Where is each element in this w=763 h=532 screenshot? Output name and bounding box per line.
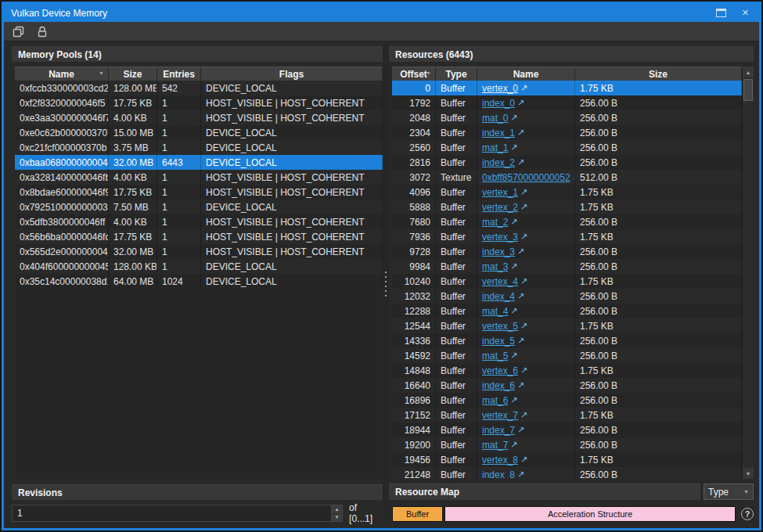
goto-resource-icon[interactable]: ↗ (520, 232, 527, 242)
column-header-flags[interactable]: Flags (201, 67, 383, 81)
resource-link[interactable]: mat_4 (482, 306, 508, 317)
resource-row[interactable]: 14336Bufferindex_5↗256.00 B (392, 333, 742, 348)
column-header-entries[interactable]: Entries (157, 67, 201, 81)
resource-row[interactable]: 12032Bufferindex_4↗256.00 B (392, 289, 742, 304)
resource-link[interactable]: index_5 (482, 336, 515, 347)
resource-link[interactable]: index_2 (482, 157, 515, 168)
resource-row[interactable]: 0Buffervertex_0↗1.75 KB (392, 81, 742, 95)
resource-row[interactable]: 2048Buffermat_0↗256.00 B (392, 110, 742, 125)
goto-resource-icon[interactable]: ↗ (510, 217, 517, 227)
resource-row[interactable]: 12544Buffervertex_5↗1.75 KB (392, 318, 742, 333)
memory-pool-row[interactable]: 0x79251000000000357.50 MB1DEVICE_LOCAL (15, 200, 383, 214)
resource-row[interactable]: 10240Buffervertex_4↗1.75 KB (392, 274, 742, 289)
resource-map-type-dropdown[interactable]: Type ▼ (704, 483, 754, 500)
goto-resource-icon[interactable]: ↗ (510, 113, 517, 123)
resource-link[interactable]: mat_2 (482, 217, 508, 228)
resource-link[interactable]: vertex_7 (482, 410, 518, 421)
goto-resource-icon[interactable]: ↗ (520, 276, 527, 286)
goto-resource-icon[interactable]: ↗ (520, 410, 527, 420)
memory-pool-row[interactable]: 0xc21fcf000000370b3.75 MB1DEVICE_LOCAL (15, 140, 383, 155)
resource-link[interactable]: mat_5 (482, 350, 508, 361)
resource-link[interactable]: vertex_8 (482, 455, 518, 466)
resource-row[interactable]: 21248Bufferindex_8↗256.00 B (392, 467, 742, 479)
revision-spinbox[interactable]: 1 ▲ ▼ (12, 505, 343, 522)
resource-row[interactable]: 14592Buffermat_5↗256.00 B (392, 348, 742, 363)
scroll-up-icon[interactable]: ▲ (743, 66, 754, 77)
goto-resource-icon[interactable]: ↗ (520, 365, 527, 376)
resource-link[interactable]: vertex_6 (482, 365, 518, 376)
duplicate-window-icon[interactable] (12, 24, 26, 38)
resource-row[interactable]: 1792Bufferindex_0↗256.00 B (392, 95, 742, 110)
resource-row[interactable]: 16640Bufferindex_6↗256.00 B (392, 378, 742, 393)
resource-link[interactable]: mat_3 (482, 261, 508, 272)
resources-scrollbar[interactable]: ▲ ▼ (742, 66, 754, 479)
resource-row[interactable]: 2304Bufferindex_1↗256.00 B (392, 125, 742, 140)
restore-window-icon[interactable] (716, 9, 726, 17)
resource-row[interactable]: 17152Buffervertex_7↗1.75 KB (392, 408, 742, 422)
resource-row[interactable]: 2816Bufferindex_2↗256.00 B (392, 155, 742, 170)
resource-row[interactable]: 18944Bufferindex_7↗256.00 B (392, 422, 742, 437)
resource-row[interactable]: 9728Bufferindex_3↗256.00 B (392, 244, 742, 259)
column-header-offset[interactable]: Offset ▼ (392, 67, 436, 81)
goto-resource-icon[interactable]: ↗ (517, 128, 524, 138)
column-header-name[interactable]: Name (477, 67, 575, 81)
goto-resource-icon[interactable]: ↗ (517, 157, 524, 167)
resource-link[interactable]: vertex_5 (482, 321, 518, 332)
goto-resource-icon[interactable]: ↗ (517, 336, 524, 346)
resource-link[interactable]: vertex_2 (482, 202, 518, 213)
memory-pool-row[interactable]: 0xfccb330000003cd2128.00 MB542DEVICE_LOC… (15, 81, 383, 95)
lock-icon[interactable] (35, 24, 49, 38)
resource-row[interactable]: 14848Buffervertex_6↗1.75 KB (392, 363, 742, 378)
close-icon[interactable]: ✕ (742, 9, 749, 17)
resource-link[interactable]: vertex_0 (482, 83, 518, 94)
goto-resource-icon[interactable]: ↗ (510, 440, 517, 450)
memory-pool-row[interactable]: 0x56b6ba00000046fd17.75 KB1HOST_VISIBLE … (15, 229, 383, 244)
resource-link[interactable]: index_8 (482, 469, 515, 480)
resource-link[interactable]: index_7 (482, 425, 515, 436)
spin-down-icon[interactable]: ▼ (332, 513, 342, 522)
memory-pool-row[interactable]: 0xf2f83200000046f517.75 KB1HOST_VISIBLE … (15, 95, 383, 110)
memory-pool-row[interactable]: 0x35c14c00000038d164.00 MB1024DEVICE_LOC… (15, 274, 383, 289)
goto-resource-icon[interactable]: ↗ (517, 380, 524, 390)
spin-up-icon[interactable]: ▲ (332, 505, 342, 513)
goto-resource-icon[interactable]: ↗ (517, 291, 524, 301)
goto-resource-icon[interactable]: ↗ (520, 187, 527, 197)
goto-resource-icon[interactable]: ↗ (520, 455, 527, 465)
memory-pool-row[interactable]: 0x8bdae600000046f917.75 KB1HOST_VISIBLE … (15, 185, 383, 200)
legend-chip-acceleration-structure[interactable]: Acceleration Structure (444, 506, 736, 522)
resource-link[interactable]: index_0 (482, 98, 515, 109)
panel-splitter[interactable] (383, 46, 389, 522)
resource-row[interactable]: 7936Buffervertex_3↗1.75 KB (392, 229, 742, 244)
resource-row[interactable]: 7680Buffermat_2↗256.00 B (392, 214, 742, 229)
goto-resource-icon[interactable]: ↗ (510, 306, 517, 316)
goto-resource-icon[interactable]: ↗ (510, 395, 517, 405)
resource-link[interactable]: index_4 (482, 291, 515, 302)
goto-resource-icon[interactable]: ↗ (510, 261, 517, 271)
resource-row[interactable]: 19456Buffervertex_8↗1.75 KB (392, 452, 742, 467)
memory-pool-row[interactable]: 0x565d2e000000004b32.00 MB1HOST_VISIBLE … (15, 244, 383, 259)
scrollbar-track[interactable] (743, 77, 754, 468)
resource-link[interactable]: index_1 (482, 128, 515, 138)
goto-resource-icon[interactable]: ↗ (520, 202, 527, 212)
goto-resource-icon[interactable]: ↗ (510, 350, 517, 361)
resource-row[interactable]: 12288Buffermat_4↗256.00 B (392, 304, 742, 318)
resource-link[interactable]: mat_0 (482, 113, 508, 124)
resource-link[interactable]: vertex_4 (482, 276, 518, 287)
resource-row[interactable]: 3072Texture0xbff8570000000052↗512.00 B (392, 170, 742, 185)
column-header-size[interactable]: Size (575, 67, 742, 81)
resource-row[interactable]: 19200Buffermat_7↗256.00 B (392, 437, 742, 452)
help-icon[interactable]: ? (741, 508, 754, 520)
resource-row[interactable]: 5888Buffervertex_2↗1.75 KB (392, 200, 742, 214)
goto-resource-icon[interactable]: ↗ (520, 83, 527, 93)
memory-pool-row[interactable]: 0x404f600000000045128.00 KB1DEVICE_LOCAL (15, 259, 383, 274)
memory-pool-row[interactable]: 0x5dfb3800000046ff4.00 KB1HOST_VISIBLE |… (15, 214, 383, 229)
goto-resource-icon[interactable]: ↗ (517, 469, 524, 479)
resource-row[interactable]: 4096Buffervertex_1↗1.75 KB (392, 185, 742, 200)
resource-link[interactable]: 0xbff8570000000052 (482, 172, 570, 183)
resource-link[interactable]: index_6 (482, 380, 515, 391)
resource-link[interactable]: mat_1 (482, 142, 508, 153)
goto-resource-icon[interactable]: ↗ (510, 142, 517, 153)
resource-link[interactable]: mat_7 (482, 440, 508, 451)
resource-link[interactable]: vertex_3 (482, 232, 518, 243)
memory-pool-row[interactable]: 0xa3281400000046fb4.00 KB1HOST_VISIBLE |… (15, 170, 383, 185)
